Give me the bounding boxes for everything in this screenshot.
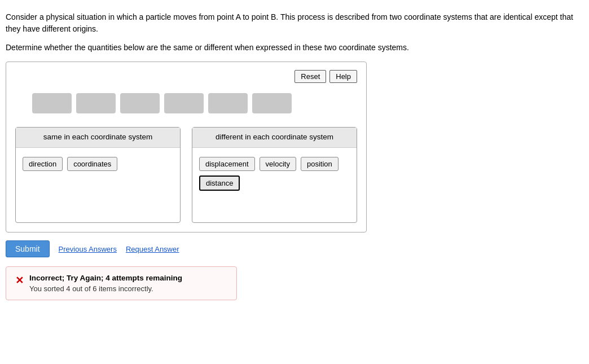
- same-column-content: direction coordinates: [16, 148, 180, 180]
- same-column: same in each coordinate system direction…: [15, 127, 181, 223]
- drop-slot-6[interactable]: [252, 93, 292, 113]
- intro-line1: Consider a physical situation in which a…: [6, 11, 583, 35]
- top-buttons-row: Reset Help: [15, 70, 357, 83]
- question-text: Determine whether the quantities below a…: [6, 42, 583, 54]
- submit-button[interactable]: Submit: [6, 240, 50, 257]
- feedback-subtitle: You sorted 4 out of 6 items incorrectly.: [29, 284, 182, 293]
- different-column-header: different in each coordinate system: [192, 128, 357, 148]
- previous-answers-link[interactable]: Previous Answers: [59, 245, 117, 253]
- submit-row: Submit Previous Answers Request Answer: [6, 240, 583, 257]
- request-answer-link[interactable]: Request Answer: [126, 245, 179, 253]
- chip-direction[interactable]: direction: [23, 157, 63, 171]
- drop-slot-2[interactable]: [76, 93, 116, 113]
- help-button[interactable]: Help: [329, 70, 357, 83]
- chip-distance[interactable]: distance: [199, 176, 240, 191]
- feedback-text: Incorrect; Try Again; 4 attempts remaini…: [29, 274, 182, 293]
- chip-displacement[interactable]: displacement: [199, 157, 255, 171]
- different-column-content: displacement velocity position distance: [192, 148, 357, 200]
- feedback-icon: ✕: [15, 274, 24, 287]
- same-column-header: same in each coordinate system: [16, 128, 180, 148]
- drop-slot-4[interactable]: [164, 93, 204, 113]
- feedback-title: Incorrect; Try Again; 4 attempts remaini…: [29, 274, 182, 282]
- reset-button[interactable]: Reset: [294, 70, 326, 83]
- drop-slot-5[interactable]: [208, 93, 248, 113]
- drop-zones-row: [32, 93, 357, 113]
- chip-position[interactable]: position: [301, 157, 339, 171]
- feedback-box: ✕ Incorrect; Try Again; 4 attempts remai…: [6, 266, 237, 300]
- chip-coordinates[interactable]: coordinates: [67, 157, 117, 171]
- columns-row: same in each coordinate system direction…: [15, 127, 357, 223]
- chip-velocity[interactable]: velocity: [260, 157, 296, 171]
- drop-slot-1[interactable]: [32, 93, 72, 113]
- main-interaction-box: Reset Help same in each coordinate syste…: [6, 62, 367, 233]
- drop-slot-3[interactable]: [120, 93, 160, 113]
- different-column: different in each coordinate system disp…: [192, 127, 357, 223]
